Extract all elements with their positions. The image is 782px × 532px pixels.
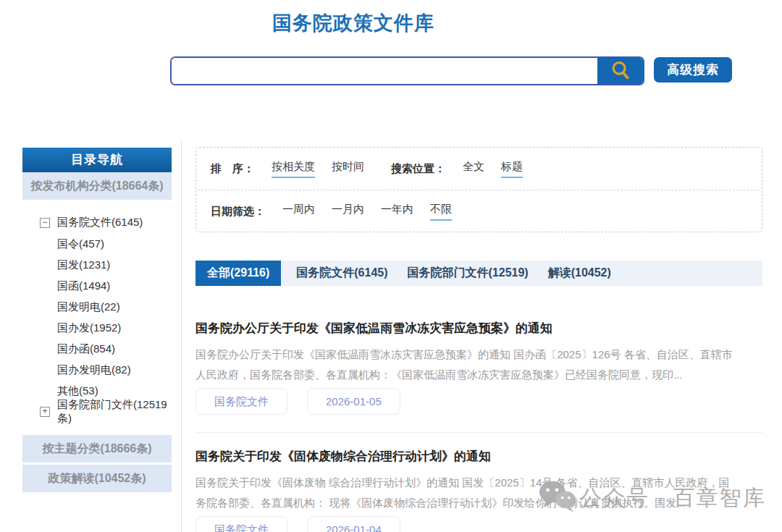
result-tags: 国务院文件 2026-01-05 bbox=[196, 388, 762, 415]
scope-option-title[interactable]: 标题 bbox=[501, 160, 523, 178]
watermark-text: 公众号 · 百章智库 bbox=[580, 484, 766, 513]
filter-panel: 排 序： 按相关度 按时间 搜索位置： 全文 标题 日期筛选： 一周内 一月内 … bbox=[196, 147, 762, 232]
sidebar-nav-title: 目录导航 bbox=[22, 148, 172, 172]
result-date-tag: 2026-01-04 bbox=[307, 516, 400, 532]
date-filter-label: 日期筛选： bbox=[211, 205, 265, 219]
search-button[interactable] bbox=[597, 58, 643, 84]
watermark: 公众号 · 百章智库 bbox=[538, 478, 766, 519]
tree-leaf-guoling[interactable]: 国令(457) bbox=[22, 233, 172, 254]
sort-label: 排 序： bbox=[211, 162, 254, 176]
date-option-year[interactable]: 一年内 bbox=[381, 203, 413, 221]
sort-option-time[interactable]: 按时间 bbox=[332, 160, 364, 178]
result-date-tag: 2026-01-05 bbox=[307, 388, 400, 415]
search-bar bbox=[170, 56, 644, 85]
result-summary: 国务院办公厅关于印发《国家低温雨雪冰冻灾害应急预案》的通知 国办函〔2025〕1… bbox=[196, 345, 737, 385]
tree-leaf-guohan[interactable]: 国函(1494) bbox=[22, 275, 172, 296]
date-option-week[interactable]: 一周内 bbox=[282, 203, 315, 221]
sidebar: 目录导航 按发布机构分类(18664条) − 国务院文件(6145) 国令(45… bbox=[22, 148, 172, 492]
result-category-tag[interactable]: 国务院文件 bbox=[196, 388, 287, 415]
tree-node-label: 国务院文件(6145) bbox=[57, 216, 143, 229]
date-option-unlimited[interactable]: 不限 bbox=[430, 203, 452, 221]
date-option-month[interactable]: 一月内 bbox=[332, 203, 364, 221]
sidebar-divider bbox=[181, 141, 182, 532]
tree-leaf-guofa[interactable]: 国发(1231) bbox=[22, 254, 172, 275]
tree-leaf-guobanfa[interactable]: 国办发(1952) bbox=[22, 317, 172, 338]
sort-option-relevance[interactable]: 按相关度 bbox=[272, 160, 315, 178]
tab-interpretation[interactable]: 解读(10452) bbox=[544, 261, 615, 286]
search-scope-label: 搜索位置： bbox=[391, 162, 445, 176]
sidebar-section-topic[interactable]: 按主题分类(18666条) bbox=[22, 435, 172, 463]
tree-node-state-council-docs[interactable]: − 国务院文件(6145) bbox=[22, 212, 172, 233]
expand-icon[interactable]: + bbox=[40, 407, 50, 417]
page-title: 国务院政策文件库 bbox=[272, 10, 434, 36]
result-item: 国务院办公厅关于印发《国家低温雨雪冰冻灾害应急预案》的通知 国务院办公厅关于印发… bbox=[196, 321, 762, 415]
result-title-link[interactable]: 国务院关于印发《固体废物综合治理行动计划》的通知 bbox=[196, 449, 762, 465]
search-input[interactable] bbox=[172, 58, 597, 84]
result-title-link[interactable]: 国务院办公厅关于印发《国家低温雨雪冰冻灾害应急预案》的通知 bbox=[196, 321, 762, 337]
result-divider bbox=[196, 432, 762, 433]
tab-department-docs[interactable]: 国务院部门文件(12519) bbox=[403, 261, 533, 286]
wechat-icon bbox=[538, 478, 577, 519]
result-category-tag[interactable]: 国务院文件 bbox=[196, 516, 287, 532]
collapse-icon[interactable]: − bbox=[40, 218, 50, 228]
tree-node-label: 国务院部门文件(12519条) bbox=[57, 398, 172, 426]
tab-all[interactable]: 全部(29116) bbox=[196, 261, 281, 286]
advanced-search-button[interactable]: 高级搜索 bbox=[654, 57, 732, 83]
tree-node-department-docs[interactable]: + 国务院部门文件(12519条) bbox=[22, 401, 172, 422]
tree-leaf-guofamingdian[interactable]: 国发明电(22) bbox=[22, 296, 172, 317]
tree-leaf-guobanhan[interactable]: 国办函(854) bbox=[22, 338, 172, 359]
search-icon bbox=[610, 59, 631, 83]
result-tabs: 全部(29116) 国务院文件(6145) 国务院部门文件(12519) 解读(… bbox=[196, 261, 762, 286]
scope-option-fulltext[interactable]: 全文 bbox=[463, 160, 484, 178]
tree-leaf-guobanfamingdian[interactable]: 国办发明电(82) bbox=[22, 359, 172, 380]
sort-filter-row: 排 序： 按相关度 按时间 搜索位置： 全文 标题 bbox=[196, 148, 762, 190]
date-filter-row: 日期筛选： 一周内 一月内 一年内 不限 bbox=[196, 190, 762, 232]
tab-state-council-docs[interactable]: 国务院文件(6145) bbox=[292, 261, 392, 286]
sidebar-tree: − 国务院文件(6145) 国令(457) 国发(1231) 国函(1494) … bbox=[22, 212, 172, 422]
sidebar-section-institution[interactable]: 按发布机构分类(18664条) bbox=[22, 172, 172, 200]
sidebar-section-interpretation[interactable]: 政策解读(10452条) bbox=[22, 465, 172, 492]
